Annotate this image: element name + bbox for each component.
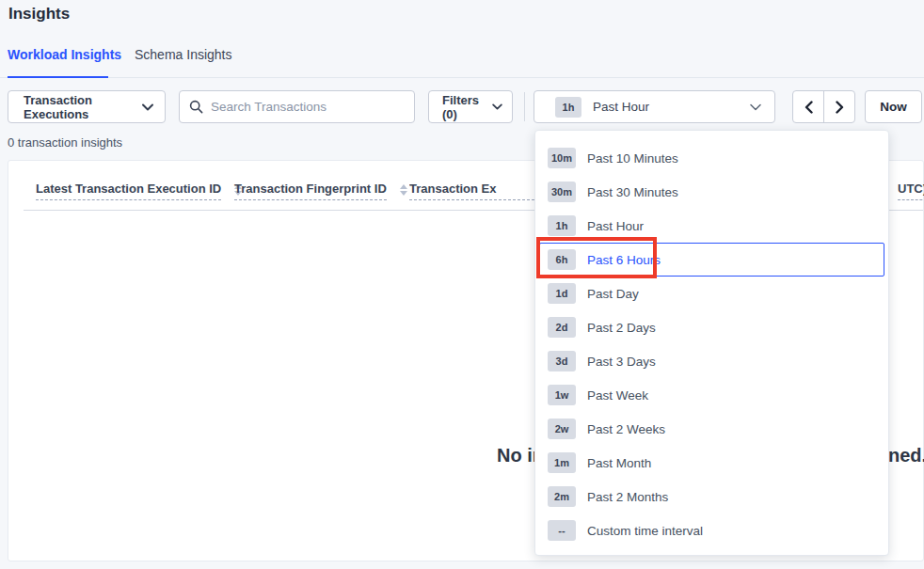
time-option-label: Past Day [587, 287, 639, 301]
time-next-button[interactable] [824, 91, 854, 122]
time-option-6h[interactable]: 6hPast 6 Hours [539, 243, 884, 277]
workload-type-label: Transaction Executions [24, 93, 142, 121]
page-title: Insights [8, 5, 70, 24]
column-header-transaction-execution[interactable]: Transaction Ex [409, 182, 544, 200]
time-option-badge: 3d [548, 351, 576, 371]
time-option-label: Custom time interval [587, 524, 703, 538]
time-option-1h[interactable]: 1hPast Hour [539, 209, 884, 243]
time-option-label: Past 30 Minutes [587, 185, 678, 199]
time-option-badge: 1h [548, 215, 576, 236]
time-option-label: Past Month [587, 456, 651, 470]
empty-state-text-right: ned. [888, 445, 924, 466]
time-option-badge: 1w [548, 385, 576, 405]
search-icon [189, 100, 203, 114]
time-prev-button[interactable] [793, 91, 824, 122]
search-box[interactable] [179, 90, 415, 123]
time-option-1d[interactable]: 1dPast Day [539, 277, 884, 310]
time-range-badge: 1h [555, 97, 581, 118]
chevron-down-icon [492, 103, 502, 110]
chevron-right-icon [836, 101, 844, 114]
time-option-10m[interactable]: 10mPast 10 Minutes [539, 141, 884, 175]
time-option-2w[interactable]: 2wPast 2 Weeks [539, 412, 884, 446]
toolbar: Transaction Executions Filters (0) 1h Pa… [0, 90, 924, 123]
time-option-badge: 10m [548, 148, 576, 168]
time-option-30m[interactable]: 30mPast 30 Minutes [539, 175, 884, 209]
chevron-left-icon [805, 101, 813, 114]
chevron-down-icon [750, 103, 761, 111]
time-option-label: Past 2 Weeks [587, 422, 665, 436]
time-option-1m[interactable]: 1mPast Month [539, 446, 884, 480]
time-option-badge: -- [548, 520, 576, 541]
tab-workload-insights[interactable]: Workload Insights [8, 47, 121, 62]
search-input[interactable] [211, 100, 405, 114]
tabs-bar: Workload Insights Schema Insights [0, 41, 924, 78]
time-range-label: Past Hour [593, 100, 649, 114]
toolbar-divider [524, 92, 525, 121]
time-dropdown-menu: 10mPast 10 Minutes30mPast 30 Minutes1hPa… [534, 130, 889, 556]
column-header-transaction-fingerprint-id[interactable]: Transaction Fingerprint ID [234, 182, 407, 200]
time-option-label: Past 2 Days [587, 321, 656, 335]
active-tab-underline [8, 76, 108, 78]
time-option-3d[interactable]: 3dPast 3 Days [539, 344, 884, 378]
filters-button[interactable]: Filters (0) [428, 90, 513, 123]
chevron-down-icon [142, 103, 153, 111]
time-option-label: Past Week [587, 388, 648, 403]
workload-type-select[interactable]: Transaction Executions [8, 90, 166, 123]
time-option-custom[interactable]: --Custom time interval [539, 514, 884, 547]
time-option-label: Past 3 Days [587, 355, 656, 369]
time-option-badge: 1d [548, 283, 576, 304]
time-option-label: Past 10 Minutes [587, 151, 678, 166]
time-option-label: Past 2 Months [587, 490, 668, 504]
filters-label: Filters (0) [442, 93, 492, 121]
time-option-badge: 2m [548, 486, 576, 507]
time-option-label: Past Hour [587, 219, 644, 233]
insights-count: 0 transaction insights [8, 135, 122, 150]
now-label: Now [880, 100, 907, 114]
time-range-select[interactable]: 1h Past Hour [534, 90, 775, 123]
column-header-utc[interactable]: UTC) [898, 182, 924, 200]
time-option-1w[interactable]: 1wPast Week [539, 378, 884, 412]
time-option-badge: 30m [548, 182, 576, 202]
now-button[interactable]: Now [865, 90, 922, 123]
sort-icon[interactable] [400, 184, 407, 196]
time-option-badge: 2w [548, 419, 576, 439]
time-option-2m[interactable]: 2mPast 2 Months [539, 480, 884, 514]
time-option-badge: 1m [548, 452, 576, 473]
time-option-label: Past 6 Hours [587, 253, 661, 267]
column-header-latest-transaction-execution-id[interactable]: Latest Transaction Execution ID [36, 182, 242, 200]
time-nav-group [792, 90, 855, 123]
time-option-2d[interactable]: 2dPast 2 Days [539, 310, 884, 344]
tab-schema-insights[interactable]: Schema Insights [135, 47, 232, 62]
time-option-badge: 6h [548, 249, 576, 270]
time-option-badge: 2d [548, 317, 576, 338]
